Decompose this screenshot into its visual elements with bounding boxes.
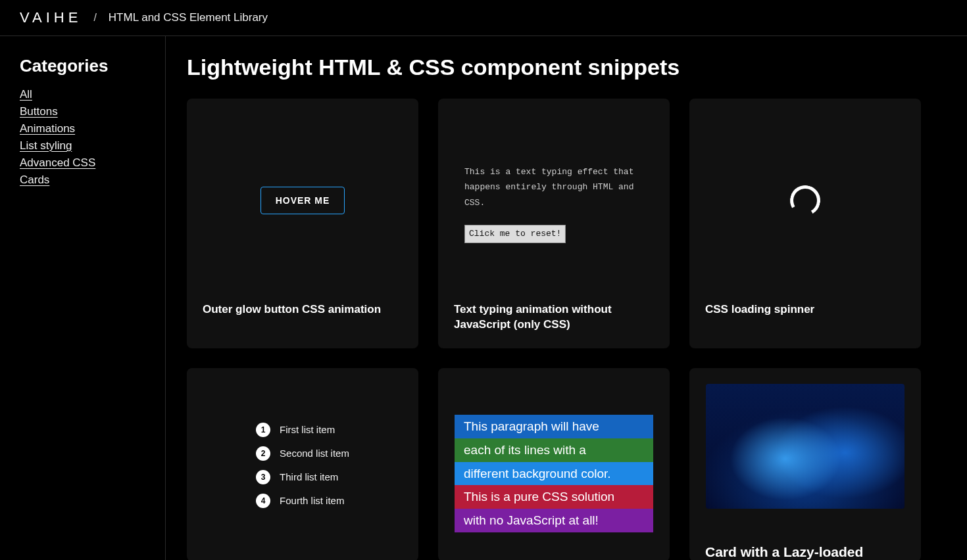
colored-line: different background color. bbox=[455, 462, 653, 486]
snippet-card[interactable]: Card with a Lazy-loaded bbox=[689, 368, 921, 560]
card-preview bbox=[689, 99, 921, 302]
topbar: VAIHE / HTML and CSS Element Library bbox=[0, 0, 967, 36]
category-list: All Buttons Animations List styling Adva… bbox=[20, 88, 145, 187]
hover-me-button[interactable]: HOVER ME bbox=[260, 187, 345, 214]
list-item: 2Second list item bbox=[256, 446, 349, 461]
card-preview: This paragraph will have each of its lin… bbox=[438, 368, 670, 532]
sidebar-item-all[interactable]: All bbox=[20, 88, 32, 101]
sidebar-item-advanced-css[interactable]: Advanced CSS bbox=[20, 156, 95, 169]
list-item-label: Fourth list item bbox=[280, 495, 344, 506]
colored-line: with no JavaScript at all! bbox=[455, 509, 653, 532]
page-title: Lightweight HTML & CSS component snippet… bbox=[187, 55, 946, 80]
sidebar-item-cards[interactable]: Cards bbox=[20, 174, 49, 186]
card-preview bbox=[689, 368, 921, 532]
spinner-icon bbox=[787, 182, 824, 219]
card-grid: HOVER ME Outer glow button CSS animation… bbox=[187, 99, 946, 560]
snippet-card[interactable]: CSS loading spinner bbox=[689, 99, 921, 348]
card-title: Card with a Lazy-loaded bbox=[689, 532, 921, 560]
list-number-icon: 3 bbox=[256, 470, 270, 484]
list-item: 1First list item bbox=[256, 423, 349, 437]
colored-paragraph: This paragraph will have each of its lin… bbox=[455, 415, 653, 532]
card-title: Outer glow button CSS animation bbox=[187, 302, 418, 333]
list-number-icon: 2 bbox=[256, 446, 270, 461]
card-preview: This is a text typing effect that happen… bbox=[438, 99, 670, 302]
breadcrumb-separator: / bbox=[93, 12, 96, 24]
sidebar-item-buttons[interactable]: Buttons bbox=[20, 105, 58, 118]
snippet-card[interactable]: This is a text typing effect that happen… bbox=[438, 99, 670, 348]
card-title: CSS loading spinner bbox=[689, 302, 921, 333]
colored-line: each of its lines with a bbox=[455, 438, 653, 462]
main-content: Lightweight HTML & CSS component snippet… bbox=[166, 36, 967, 560]
colored-line: This is a pure CSS solution bbox=[455, 485, 653, 509]
typing-text: This is a text typing effect that happen… bbox=[464, 164, 643, 210]
list-item-label: Third list item bbox=[280, 471, 338, 482]
logo[interactable]: VAIHE bbox=[20, 9, 82, 26]
list-number-icon: 4 bbox=[256, 494, 270, 508]
sidebar-item-animations[interactable]: Animations bbox=[20, 122, 75, 135]
card-preview: HOVER ME bbox=[187, 99, 418, 302]
snippet-card[interactable]: HOVER ME Outer glow button CSS animation bbox=[187, 99, 418, 348]
sidebar-title: Categories bbox=[20, 56, 145, 76]
list-item-label: First list item bbox=[280, 424, 335, 435]
list-item: 3Third list item bbox=[256, 470, 349, 484]
breadcrumb[interactable]: HTML and CSS Element Library bbox=[109, 11, 268, 24]
card-title: Text typing animation without JavaScript… bbox=[438, 302, 670, 348]
card-preview: 1First list item 2Second list item 3Thir… bbox=[187, 368, 418, 532]
list-item: 4Fourth list item bbox=[256, 494, 349, 508]
numbered-list: 1First list item 2Second list item 3Thir… bbox=[256, 423, 349, 517]
abstract-image bbox=[706, 384, 905, 509]
list-item-label: Second list item bbox=[280, 448, 349, 459]
reset-button[interactable]: Click me to reset! bbox=[464, 225, 566, 243]
snippet-card[interactable]: This paragraph will have each of its lin… bbox=[438, 368, 670, 560]
colored-line: This paragraph will have bbox=[455, 415, 653, 438]
list-number-icon: 1 bbox=[256, 423, 270, 437]
sidebar-item-list-styling[interactable]: List styling bbox=[20, 139, 72, 152]
snippet-card[interactable]: 1First list item 2Second list item 3Thir… bbox=[187, 368, 418, 560]
sidebar: Categories All Buttons Animations List s… bbox=[0, 36, 166, 560]
